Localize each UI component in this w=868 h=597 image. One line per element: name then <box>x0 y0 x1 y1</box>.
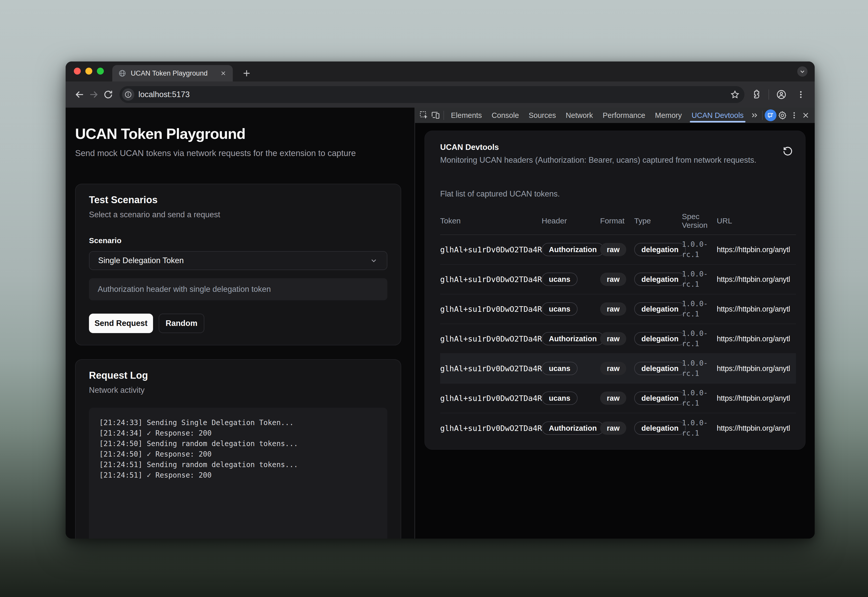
extensions-puzzle-icon[interactable] <box>749 88 763 102</box>
header-badge: ucans <box>542 302 578 316</box>
header-badge: ucans <box>542 362 578 375</box>
format-cell: raw <box>600 422 634 435</box>
refresh-icon[interactable] <box>782 146 794 157</box>
forward-icon[interactable] <box>87 88 101 102</box>
token-value: glhAl+su1rDv0DwO2TDa4Rd7… <box>440 334 542 343</box>
more-tabs-icon[interactable] <box>749 108 760 122</box>
header-cell: ucans <box>542 302 600 316</box>
token-value: glhAl+su1rDv0DwO2TDa4Rd7… <box>440 245 542 254</box>
send-request-button[interactable]: Send Request <box>89 313 153 333</box>
format-cell: raw <box>600 362 634 375</box>
devtools-toolbar-divider <box>443 111 444 120</box>
col-token: Token <box>440 217 542 225</box>
type-badge: delegation <box>634 273 686 286</box>
browser-toolbar: localhost:5173 <box>65 82 814 108</box>
scenario-label: Scenario <box>89 236 387 245</box>
request-log-box: [21:24:33] Sending Single Delegation Tok… <box>89 408 387 539</box>
close-window-button[interactable] <box>74 68 81 74</box>
spec-version-value: 1.0.0- rc.1 <box>682 269 717 290</box>
header-cell: ucans <box>542 273 600 286</box>
browser-menu-kebab-icon[interactable] <box>794 88 808 102</box>
bookmark-star-icon[interactable] <box>730 90 740 100</box>
titlebar: UCAN Token Playground <box>65 61 814 82</box>
type-cell: delegation <box>634 332 682 345</box>
back-icon[interactable] <box>72 88 87 102</box>
type-badge: delegation <box>634 422 686 435</box>
request-log-subtitle: Network activity <box>89 386 387 395</box>
zoom-window-button[interactable] <box>97 68 104 74</box>
type-cell: delegation <box>634 243 682 256</box>
page-title: UCAN Token Playground <box>75 125 401 142</box>
profile-icon[interactable] <box>774 88 789 102</box>
header-cell: Authorization <box>542 422 600 435</box>
format-cell: raw <box>600 273 634 286</box>
devtools: Elements Console Sources Network Perform… <box>415 108 814 539</box>
format-cell: raw <box>600 243 634 256</box>
request-log-title: Request Log <box>89 370 387 381</box>
test-scenarios-title: Test Scenarios <box>89 195 387 205</box>
traffic-lights <box>74 68 104 74</box>
test-scenarios-subtitle: Select a scenario and send a request <box>89 210 387 219</box>
table-header-row: Token Header Format Type Spec Version UR… <box>440 207 796 235</box>
tab-ucan-devtools[interactable]: UCAN Devtools <box>687 108 749 123</box>
tab-performance[interactable]: Performance <box>598 108 650 123</box>
reload-icon[interactable] <box>101 88 115 102</box>
tab-close-icon[interactable] <box>220 70 227 77</box>
chevron-down-icon <box>369 256 378 265</box>
col-format: Format <box>600 217 634 225</box>
page-subtitle: Send mock UCAN tokens via network reques… <box>75 149 401 158</box>
browser-tab[interactable]: UCAN Token Playground <box>112 65 233 82</box>
scenario-select[interactable]: Single Delegation Token <box>89 251 387 270</box>
log-line: [21:24:50] ✓ Response: 200 <box>99 449 377 459</box>
tab-network[interactable]: Network <box>561 108 598 123</box>
devtools-settings-gear-icon[interactable] <box>776 108 788 122</box>
devtools-toolbar: Elements Console Sources Network Perform… <box>415 108 814 123</box>
col-url: URL <box>717 217 796 225</box>
col-type: Type <box>634 217 682 225</box>
site-info-icon[interactable] <box>122 88 134 101</box>
tokens-caption: Flat list of captured UCAN tokens. <box>440 189 796 199</box>
toolbar-divider <box>768 89 769 100</box>
format-badge: raw <box>600 422 626 435</box>
new-tab-button[interactable] <box>241 68 252 79</box>
url-value: https://httpbin.org/anytl <box>717 335 796 343</box>
table-row[interactable]: glhAl+su1rDv0DwO2TDa4Rd7… Authorization … <box>440 235 796 265</box>
tab-elements[interactable]: Elements <box>446 108 487 123</box>
header-cell: Authorization <box>542 243 600 256</box>
col-spec-version: Spec Version <box>682 212 717 230</box>
tab-sources[interactable]: Sources <box>524 108 560 123</box>
search-tabs-button[interactable] <box>797 66 807 77</box>
tab-memory[interactable]: Memory <box>650 108 687 123</box>
type-cell: delegation <box>634 422 682 435</box>
table-row[interactable]: glhAl+su1rDv0DwO2TDa4Rd7… ucans raw dele… <box>440 354 796 383</box>
random-button[interactable]: Random <box>159 313 204 333</box>
type-cell: delegation <box>634 273 682 286</box>
devtools-content: UCAN Devtools Monitoring UCAN headers (A… <box>415 123 814 539</box>
spec-version-value: 1.0.0- rc.1 <box>682 358 717 379</box>
table-row[interactable]: glhAl+su1rDv0DwO2TDa4Rd7… ucans raw dele… <box>440 265 796 294</box>
panel-title: UCAN Devtools <box>440 143 796 152</box>
inspect-element-icon[interactable] <box>418 108 430 122</box>
spec-version-value: 1.0.0- rc.1 <box>682 328 717 349</box>
table-row[interactable]: glhAl+su1rDv0DwO2TDa4Rd7… Authorization … <box>440 413 796 443</box>
table-row[interactable]: glhAl+su1rDv0DwO2TDa4Rd7… ucans raw dele… <box>440 383 796 413</box>
table-row[interactable]: glhAl+su1rDv0DwO2TDa4Rd7… Authorization … <box>440 324 796 354</box>
type-badge: delegation <box>634 243 686 256</box>
minimize-window-button[interactable] <box>85 68 92 74</box>
devtools-menu-kebab-icon[interactable] <box>788 108 800 122</box>
address-bar[interactable]: localhost:5173 <box>119 86 745 103</box>
device-toolbar-icon[interactable] <box>430 108 442 122</box>
url-text[interactable]: localhost:5173 <box>138 90 726 99</box>
token-value: glhAl+su1rDv0DwO2TDa4Rd7… <box>440 304 542 313</box>
ucan-devtools-panel: UCAN Devtools Monitoring UCAN headers (A… <box>425 131 806 450</box>
test-scenarios-card: Test Scenarios Select a scenario and sen… <box>75 184 401 345</box>
log-line: [21:24:34] ✓ Response: 200 <box>99 428 377 438</box>
window-content: UCAN Token Playground Send mock UCAN tok… <box>65 108 814 539</box>
devtools-close-icon[interactable] <box>800 108 812 122</box>
tab-console[interactable]: Console <box>487 108 524 123</box>
format-badge: raw <box>600 362 626 375</box>
panel-subtitle: Monitoring UCAN headers (Authorization: … <box>440 156 796 165</box>
ai-assistance-icon[interactable] <box>765 108 776 122</box>
type-badge: delegation <box>634 362 686 375</box>
table-row[interactable]: glhAl+su1rDv0DwO2TDa4Rd7… ucans raw dele… <box>440 294 796 324</box>
